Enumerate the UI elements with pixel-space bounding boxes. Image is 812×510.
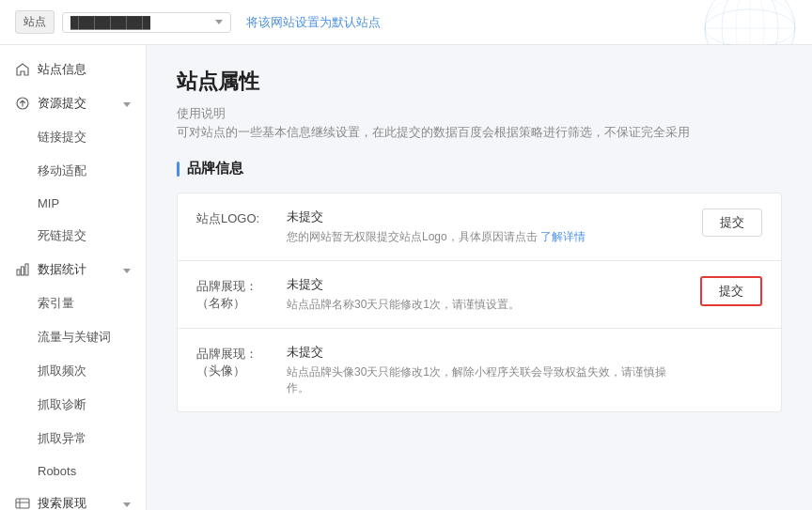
chevron-icon — [123, 269, 131, 273]
brand-name-row: 品牌展现： （名称） 未提交 站点品牌名称30天只能修改1次，请谨慎设置。 提交 — [177, 261, 782, 329]
main-layout: 站点信息 资源提交 链接提交 移动适配 MIP 死链提交 — [0, 45, 812, 510]
sidebar-item-crawl-diag[interactable]: 抓取诊断 — [0, 388, 146, 422]
chevron-icon — [123, 102, 131, 107]
brand-name-label: 品牌展现： （名称） — [196, 276, 272, 312]
brand-name-content: 未提交 站点品牌名称30天只能修改1次，请谨慎设置。 — [287, 276, 672, 313]
site-selector[interactable]: ██████████ — [62, 12, 231, 33]
sidebar-item-dead-link[interactable]: 死链提交 — [0, 219, 146, 253]
sidebar-item-label: 链接提交 — [38, 129, 86, 146]
brand-section-label: 品牌信息 — [187, 160, 243, 178]
sidebar-item-label: 搜索展现 — [38, 495, 86, 510]
brand-name-hint: 站点品牌名称30天只能修改1次，请谨慎设置。 — [287, 297, 672, 313]
sidebar-item-mobile-adapt[interactable]: 移动适配 — [0, 154, 146, 188]
globe-icon — [684, 0, 797, 45]
sidebar-item-label: 抓取诊断 — [38, 396, 86, 413]
home-icon — [15, 62, 30, 77]
site-label: 站点 — [15, 10, 55, 34]
brand-name-submit-button[interactable]: 提交 — [700, 276, 762, 306]
sidebar-item-site-info[interactable]: 站点信息 — [0, 53, 146, 86]
logo-hint: 您的网站暂无权限提交站点Logo，具体原因请点击 了解详情 — [287, 229, 672, 245]
sidebar-item-crawl-freq[interactable]: 抓取频次 — [0, 354, 146, 388]
chart-icon — [15, 262, 30, 277]
logo-action: 提交 — [687, 209, 762, 237]
section-bar — [177, 162, 180, 177]
brand-name-action: 提交 — [687, 276, 762, 306]
sidebar-item-label: 资源提交 — [38, 95, 86, 112]
logo-detail-link[interactable]: 了解详情 — [540, 230, 586, 243]
sidebar-item-label: 流量与关键词 — [38, 329, 111, 346]
brand-avatar-row: 品牌展现： （头像） 未提交 站点品牌头像30天只能修改1次，解除小程序关联会导… — [177, 329, 782, 412]
page-title: 站点属性 — [177, 68, 782, 96]
logo-submit-button[interactable]: 提交 — [702, 209, 762, 237]
sidebar-item-link-submit[interactable]: 链接提交 — [0, 120, 146, 154]
brand-avatar-status: 未提交 — [287, 344, 672, 361]
sidebar-item-label: 站点信息 — [38, 61, 86, 78]
sidebar-item-label: MIP — [38, 196, 59, 210]
svg-rect-10 — [25, 264, 28, 275]
logo-row: 站点LOGO: 未提交 您的网站暂无权限提交站点Logo，具体原因请点击 了解详… — [177, 193, 782, 261]
brand-avatar-label: 品牌展现： （头像） — [196, 344, 272, 379]
content-area: 站点属性 使用说明 可对站点的一些基本信息继续设置，在此提交的数据百度会根据策略… — [147, 45, 812, 510]
sidebar-item-resource-submit[interactable]: 资源提交 — [0, 86, 146, 120]
sidebar-item-label: 抓取频次 — [38, 363, 86, 379]
brand-section-title: 品牌信息 — [177, 160, 782, 178]
sidebar-item-label: 索引量 — [38, 295, 74, 312]
sidebar: 站点信息 资源提交 链接提交 移动适配 MIP 死链提交 — [0, 45, 147, 510]
svg-rect-8 — [17, 270, 20, 275]
sidebar-item-label: 移动适配 — [38, 162, 86, 179]
sidebar-item-traffic-keyword[interactable]: 流量与关键词 — [0, 320, 146, 354]
sidebar-item-label: Robots — [38, 464, 76, 478]
sidebar-item-robots[interactable]: Robots — [0, 456, 146, 487]
upload-icon — [15, 96, 30, 111]
sidebar-item-crawl-error[interactable]: 抓取异常 — [0, 422, 146, 456]
search-perf-icon — [15, 496, 30, 510]
top-bar: 站点 ██████████ 将该网站设置为默认站点 — [0, 0, 812, 45]
sidebar-item-label: 数据统计 — [38, 261, 86, 278]
sidebar-item-search-perf[interactable]: 搜索展现 — [0, 487, 146, 510]
sidebar-item-label: 抓取异常 — [38, 430, 86, 447]
svg-rect-9 — [22, 267, 24, 275]
sidebar-item-data-stats[interactable]: 数据统计 — [0, 253, 146, 286]
brand-name-status: 未提交 — [287, 276, 672, 293]
sidebar-item-label: 死链提交 — [38, 227, 86, 244]
brand-avatar-content: 未提交 站点品牌头像30天只能修改1次，解除小程序关联会导致权益失效，请谨慎操作… — [287, 344, 672, 396]
logo-content: 未提交 您的网站暂无权限提交站点Logo，具体原因请点击 了解详情 — [287, 209, 672, 245]
page-desc: 可对站点的一些基本信息继续设置，在此提交的数据百度会根据策略进行筛选，不保证完全… — [177, 124, 782, 141]
logo-status: 未提交 — [287, 209, 672, 225]
chevron-down-icon — [215, 20, 223, 24]
logo-label: 站点LOGO: — [196, 209, 272, 227]
desc-label: 使用说明 — [177, 105, 782, 122]
sidebar-item-index-volume[interactable]: 索引量 — [0, 286, 146, 320]
brand-avatar-hint: 站点品牌头像30天只能修改1次，解除小程序关联会导致权益失效，请谨慎操作。 — [287, 364, 672, 396]
set-default-link[interactable]: 将该网站设置为默认站点 — [246, 14, 381, 31]
svg-rect-11 — [16, 499, 29, 508]
globe-decoration — [684, 0, 797, 45]
chevron-icon — [123, 502, 131, 507]
site-name: ██████████ — [70, 16, 211, 29]
sidebar-item-mip[interactable]: MIP — [0, 188, 146, 219]
